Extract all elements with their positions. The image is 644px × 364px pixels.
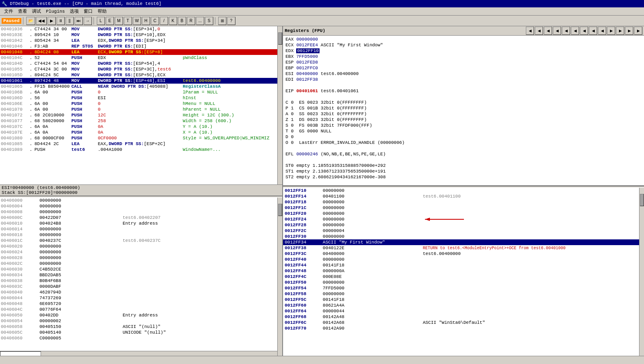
stack-row[interactable]: 00406010004024B8Entry address xyxy=(0,221,282,226)
stack-input[interactable] xyxy=(0,351,41,356)
stack-row[interactable]: 0040601C0040237Ctest6.0040237C xyxy=(0,238,282,243)
mem-row-arrow[interactable]: 0012FF24 00000000 xyxy=(283,216,644,222)
code-row[interactable]: 00401046 . F3:AB REP STOS DWORD PTR ES:[… xyxy=(0,43,282,49)
code-row[interactable]: 0040104D . C74424 54 04 MOV DWORD PTR SS… xyxy=(0,61,282,66)
reg-flags-T[interactable]: T 0 GS 0000 NULL xyxy=(285,128,642,134)
mem-row[interactable]: 0012FF4C000E08E xyxy=(283,274,644,280)
stack-row[interactable]: 004060486E695720 xyxy=(0,301,282,307)
mem-row[interactable]: 0012FF6400000044 xyxy=(283,308,644,314)
reg-ESI[interactable]: ESI 00400000 test6.00400000 xyxy=(285,71,642,77)
code-row[interactable]: 0040105D . 894C24 5C MOV DWORD PTR SS:[E… xyxy=(0,72,282,78)
menu-view[interactable]: 查看 xyxy=(16,7,30,15)
reg-ST0[interactable]: ST0 empty 1.18551935315888570000e+292 xyxy=(285,163,642,168)
reg-flags-P[interactable]: P 1 CS 001B 32bit 0(FFFFFFFF) xyxy=(285,105,642,111)
stack-row[interactable]: 0040605800405150ASCII "(null)" xyxy=(0,324,282,330)
mem-row[interactable]: 0012FF2000000000 xyxy=(283,211,644,216)
stack-row[interactable]: 0040602C00000000 xyxy=(0,261,282,266)
mem-row[interactable]: 0012FF3C00400000test6.00400000 xyxy=(283,251,644,257)
stack-row[interactable]: 0040600C00422D07test6.00402207 xyxy=(0,215,282,221)
mem-row[interactable]: 0012FF4400141F18 xyxy=(283,262,644,268)
mem-row[interactable]: 0012FF7000142A90 xyxy=(283,325,644,331)
mem-scrollbar-v[interactable] xyxy=(639,188,644,356)
btn-step2[interactable]: ⏭ xyxy=(75,17,83,25)
stack-scrollbar-h[interactable] xyxy=(0,351,277,356)
btn-C[interactable]: C xyxy=(151,17,159,25)
code-row[interactable]: 00401089 . PUSH test6 .004A1000 WindowNa… xyxy=(0,147,282,152)
reg-EFL[interactable]: EFL 00000246 (NO,NB,E,BE,NS,PE,GE,LE) xyxy=(285,151,642,157)
code-area[interactable]: 00401036 . C74424 34 00 MOV DWORD PTR SS… xyxy=(0,26,282,184)
btn-back[interactable]: ◀◀ xyxy=(36,17,47,25)
reg-nav-left1[interactable]: ◀ xyxy=(526,27,534,35)
mem-row[interactable]: 0012FF547FFD5000 xyxy=(283,285,644,291)
reg-nav-right1[interactable]: ▶ xyxy=(607,27,615,35)
mem-row[interactable]: 0012FF2C00000004 xyxy=(283,228,644,234)
btn-M[interactable]: M xyxy=(115,17,123,25)
code-row-red[interactable]: 00401048 . 8D4C24 08 LEA ECX,DWORD PTR S… xyxy=(0,49,282,55)
reg-ST1[interactable]: ST1 empty 2.13867123337565350000e+191 xyxy=(285,168,642,174)
stack-row[interactable]: 00406060C0000005 xyxy=(0,335,282,341)
btn-help[interactable]: ? xyxy=(227,17,235,25)
code-row[interactable]: 00401077 . 68 58020000 PUSH 258 Width = … xyxy=(0,118,282,124)
stack-row[interactable]: 00406038B0B4F6B8 xyxy=(0,278,282,284)
btn-H[interactable]: H xyxy=(142,17,150,25)
mem-row[interactable]: 0012FF5C00141F18 xyxy=(283,297,644,303)
reg-EDI[interactable]: EDI 0012FF38 xyxy=(285,77,642,82)
code-scrollbar-v[interactable] xyxy=(277,26,282,184)
stack-row[interactable]: 0040605400000002 xyxy=(0,318,282,324)
mem-row[interactable]: 0012FF480000000A xyxy=(283,268,644,274)
stack-row[interactable]: 0040604C00776F64 xyxy=(0,307,282,312)
code-row[interactable]: 0040107E . 6A 0A PUSH 0A X = A (10.) xyxy=(0,130,282,135)
reg-nav-left7[interactable]: ◀ xyxy=(580,27,588,35)
mem-row[interactable]: 0012FF5800000000 xyxy=(283,291,644,297)
stack-row[interactable]: 0040604474737269 xyxy=(0,295,282,301)
reg-flags-Z[interactable]: Z 1 DS 0023 32bit 0(FFFFFFFF) xyxy=(285,117,642,123)
mem-row[interactable]: 0012FF4000000000 xyxy=(283,257,644,262)
reg-EAX[interactable]: EAX 00000000 xyxy=(285,36,642,42)
code-row[interactable]: 00401055 . C74424 3C 00 MOV DWORD PTR SS… xyxy=(0,66,282,72)
menu-help[interactable]: 帮助 xyxy=(95,7,109,15)
stack-row[interactable]: 0040600000000000 xyxy=(0,198,282,203)
code-row[interactable]: 00401042 . 8D5424 34 LEA EDX,DWORD PTR S… xyxy=(0,38,282,43)
reg-EDX[interactable]: EDX 0012FF10 xyxy=(285,48,642,54)
btn-grid[interactable]: ⊞ xyxy=(218,17,226,25)
reg-nav-left2[interactable]: ◀ xyxy=(535,27,543,35)
mem-row[interactable]: 0012FF6800142A48 xyxy=(283,314,644,320)
reg-nav-left4[interactable]: ◀ xyxy=(553,27,561,35)
code-row[interactable]: 0040103E . 895424 10 MOV DWORD PTR SS:[E… xyxy=(0,32,282,38)
reg-ECX[interactable]: ECX 0012FEE4 ASCII "My First Window" xyxy=(285,42,642,48)
reg-flags-C[interactable]: C 0 ES 0023 32bit 0(FFFFFFFF) xyxy=(285,100,642,105)
code-row[interactable]: 00401085 . 8D4424 2C LEA EAX,DWORD PTR S… xyxy=(0,141,282,147)
code-row[interactable]: 00401080 . 68 0000CF00 PUSH 0CF0000 Styl… xyxy=(0,135,282,141)
reg-nav-left3[interactable]: ◀ xyxy=(544,27,552,35)
stack-row[interactable]: 0040600400000000 xyxy=(0,203,282,209)
btn-L[interactable]: L xyxy=(97,17,105,25)
stack-area[interactable]: 0040600000000000 0040600400000000 004060… xyxy=(0,198,282,356)
memory-area[interactable]: 0012FF1000000000 0012FF1400401100test6.0… xyxy=(283,188,644,356)
stack-row[interactable]: 0040600800000000 xyxy=(0,209,282,215)
stack-row[interactable]: 0040601800000000 xyxy=(0,232,282,238)
code-row[interactable]: 0040106E . 6A 00 PUSH 0 hMenu = NULL xyxy=(0,101,282,107)
mem-row[interactable]: 0012FF2800000000 xyxy=(283,222,644,228)
reg-ESP[interactable]: ESP 0012FED8 xyxy=(285,59,642,65)
mem-row-highlight[interactable]: 0012FF34 ASCII "My First Window" xyxy=(283,239,644,245)
reg-ST2[interactable]: ST2 empty 2.60862190434162167000e-308 xyxy=(285,174,642,180)
menu-options[interactable]: 选项 xyxy=(67,7,81,15)
code-row[interactable]: 0040106D . 56 PUSH ESI hInst xyxy=(0,95,282,101)
reg-EIP[interactable]: EIP 00401061 test6.00401061 xyxy=(285,88,642,94)
code-row[interactable]: 0040107C . 6A 0A PUSH 0A Y = A (10.) xyxy=(0,124,282,130)
stack-row[interactable]: 0040603C0000DABF xyxy=(0,284,282,289)
mem-scrollbar-thumb[interactable] xyxy=(640,194,644,206)
menu-plugins[interactable]: Plugins xyxy=(43,8,67,15)
btn-open[interactable]: 📂 xyxy=(26,17,35,25)
code-scrollbar-thumb[interactable] xyxy=(278,32,282,45)
btn-right[interactable]: → xyxy=(84,17,92,25)
stack-scrollbar-thumb[interactable] xyxy=(278,204,282,216)
reg-flags-A[interactable]: A 0 SS 0023 32bit 0(FFFFFFFF) xyxy=(285,111,642,117)
btn-R[interactable]: R xyxy=(187,17,195,25)
reg-flags-O[interactable]: O 0 LastErr ERROR_INVALID_HANDLE (000000… xyxy=(285,140,642,146)
reg-nav-left6[interactable]: ◀ xyxy=(571,27,579,35)
btn-slash[interactable]: / xyxy=(160,17,168,25)
code-row[interactable]: 0040106B . 6A 00 PUSH 0 lParam = NULL xyxy=(0,89,282,95)
btn-T[interactable]: T xyxy=(124,17,132,25)
code-row[interactable]: 0040104C . 52 PUSH EDX pWndClass xyxy=(0,55,282,61)
